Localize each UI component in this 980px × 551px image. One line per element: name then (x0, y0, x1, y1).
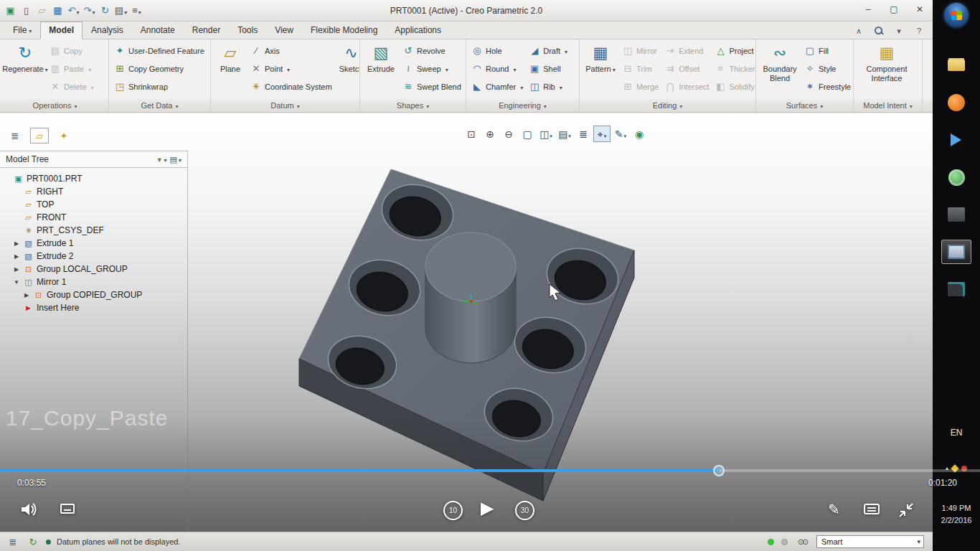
tree-expander-icon[interactable]: ▶ (13, 253, 20, 260)
ribbon-tab[interactable]: Applications (386, 22, 450, 39)
tree-expander-icon[interactable]: ▶ (13, 266, 20, 273)
qat-button[interactable] (19, 4, 34, 18)
timeline-knob[interactable] (713, 465, 725, 476)
tree-item[interactable]: ▶ Extrude 2 (0, 250, 187, 263)
graphics-toolbar-button[interactable] (500, 126, 517, 142)
start-button[interactable] (944, 3, 969, 27)
qat-button[interactable] (98, 4, 113, 18)
graphics-toolbar-button[interactable] (631, 126, 648, 142)
statusbar-browser-toggle[interactable] (26, 535, 40, 548)
draft-button[interactable]: Draft (527, 42, 570, 60)
graphics-toolbar-button[interactable] (519, 126, 536, 142)
revolve-button[interactable]: Revolve (400, 42, 463, 60)
tree-item[interactable]: ▶ Group LOCAL_GROUP (0, 263, 187, 276)
ribbon-tab[interactable]: Model (40, 22, 83, 39)
group-label-model-intent[interactable]: Model Intent (854, 99, 923, 112)
ribbon-tab[interactable]: View (266, 22, 302, 39)
ribbon-tab[interactable]: File (4, 22, 40, 39)
copy-geometry-button[interactable]: Copy Geometry (112, 60, 207, 77)
group-label-datum[interactable]: Datum (211, 99, 360, 112)
project-button[interactable]: Project (712, 42, 756, 60)
model-tree-toggle-button[interactable] (6, 128, 24, 143)
point-button[interactable]: Point (248, 60, 334, 77)
minimize-ribbon-icon[interactable]: ∧ (852, 24, 865, 37)
style-button[interactable]: Style (802, 60, 853, 77)
graphics-toolbar-button[interactable] (463, 126, 480, 142)
search-icon[interactable] (872, 24, 885, 37)
forward-button[interactable]: 30 (515, 501, 534, 520)
extrude-button[interactable]: Extrude (363, 42, 399, 74)
qat-button[interactable] (50, 4, 65, 18)
round-button[interactable]: Round (469, 60, 525, 77)
boundary-blend-button[interactable]: Boundary Blend (759, 42, 801, 83)
volume-button[interactable] (20, 502, 39, 517)
tree-item[interactable]: RIGHT (0, 185, 187, 198)
taskbar-app-button[interactable] (941, 202, 971, 227)
graphics-toolbar-button[interactable] (537, 126, 555, 142)
tree-item[interactable]: PRT_CSYS_DEF (0, 224, 187, 237)
qat-button[interactable] (3, 4, 18, 18)
group-label-get-data[interactable]: Get Data (109, 99, 211, 112)
tree-item[interactable]: ▶ Extrude 1 (0, 237, 187, 250)
tree-expander-icon[interactable]: ▶ (23, 292, 30, 298)
timeline-track[interactable] (0, 469, 980, 472)
ribbon-tab[interactable]: Flexible Modeling (302, 22, 386, 39)
plane-button[interactable]: Plane (214, 42, 247, 74)
graphics-toolbar-button[interactable] (593, 126, 611, 142)
component-interface-button[interactable]: Component Interface (857, 42, 917, 83)
user-defined-feature-button[interactable]: User-Defined Feature (112, 42, 207, 60)
tree-item[interactable]: ▶ Group COPIED_GROUP (0, 288, 187, 301)
qat-button[interactable] (34, 4, 50, 18)
sweep-button[interactable]: Sweep (400, 60, 463, 77)
taskbar-app-button[interactable] (941, 277, 971, 301)
qat-button[interactable] (66, 4, 81, 18)
ribbon-tab[interactable]: Tools (229, 22, 266, 39)
swept-blend-button[interactable]: Swept Blend (400, 77, 463, 95)
statusbar-navigator-toggle[interactable] (6, 535, 20, 548)
qat-button[interactable] (129, 4, 144, 18)
group-label-operations[interactable]: Operations (1, 99, 109, 112)
tree-item[interactable]: TOP (0, 198, 187, 211)
taskbar-app-button[interactable] (941, 90, 971, 115)
ribbon-tab[interactable]: Annotate (132, 22, 184, 39)
ribbon-tab[interactable]: Analysis (83, 22, 132, 39)
graphics-toolbar-button[interactable] (612, 126, 629, 142)
tree-expander-icon[interactable]: ▶ (13, 240, 20, 247)
folder-browser-button[interactable] (30, 128, 49, 143)
qat-button[interactable] (113, 4, 128, 18)
sketch-button[interactable]: Sketch (336, 42, 360, 74)
taskbar-app-button[interactable] (941, 53, 971, 77)
help-icon[interactable]: ? (913, 24, 925, 37)
ribbon-tab[interactable]: Render (184, 22, 229, 39)
favorites-button[interactable] (55, 128, 73, 143)
qat-button[interactable] (82, 4, 97, 18)
group-label-shapes[interactable]: Shapes (360, 99, 466, 112)
taskbar-app-button[interactable] (941, 240, 971, 264)
tree-item[interactable]: ▼ Mirror 1 (0, 276, 187, 288)
graphics-toolbar-button[interactable] (481, 126, 499, 142)
thumbnail-button[interactable] (864, 504, 880, 514)
coordinate-system-button[interactable]: Coordinate System (248, 77, 334, 95)
group-label-editing[interactable]: Editing (580, 99, 756, 112)
tree-filter-button[interactable] (156, 155, 167, 164)
hole-button[interactable]: Hole (469, 42, 525, 60)
axis-button[interactable]: Axis (248, 42, 334, 60)
taskbar-clock[interactable]: 1:49 PM 2/2/2016 (933, 502, 980, 526)
taskbar-app-button[interactable] (941, 128, 971, 152)
group-label-surfaces[interactable]: Surfaces (756, 99, 854, 112)
graphics-toolbar-button[interactable] (556, 126, 573, 142)
selection-filter-dropdown[interactable]: Smart (816, 535, 924, 548)
rib-button[interactable]: Rib (527, 77, 570, 95)
shell-button[interactable]: Shell (527, 60, 570, 77)
play-button[interactable] (481, 498, 494, 518)
tree-item[interactable]: FRONT (0, 211, 187, 224)
tree-settings-button[interactable] (170, 155, 182, 164)
captions-button[interactable] (60, 504, 75, 514)
chamfer-button[interactable]: Chamfer (469, 77, 525, 95)
minimize-button[interactable]: – (861, 3, 875, 16)
command-locator-icon[interactable]: ▾ (892, 24, 905, 37)
tree-item[interactable]: PRT0001.PRT (0, 172, 187, 185)
close-button[interactable]: ✕ (913, 3, 927, 16)
exit-fullscreen-button[interactable] (898, 502, 914, 518)
rewind-button[interactable]: 10 (443, 501, 463, 520)
